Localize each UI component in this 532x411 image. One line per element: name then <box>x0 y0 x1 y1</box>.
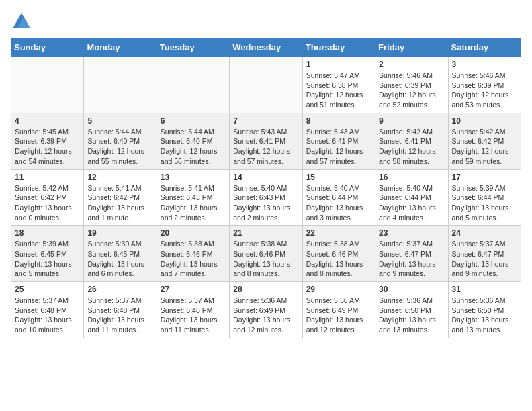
day-info: Sunrise: 5:44 AM Sunset: 6:40 PM Dayligh… <box>87 127 152 167</box>
day-number: 10 <box>452 116 517 126</box>
day-number: 21 <box>233 228 298 238</box>
calendar-cell: 23Sunrise: 5:37 AM Sunset: 6:47 PM Dayli… <box>375 226 448 282</box>
logo <box>11 11 35 32</box>
day-number: 12 <box>87 173 152 182</box>
day-info: Sunrise: 5:42 AM Sunset: 6:42 PM Dayligh… <box>452 127 517 167</box>
day-number: 13 <box>161 173 226 182</box>
calendar-cell: 4Sunrise: 5:45 AM Sunset: 6:39 PM Daylig… <box>11 113 84 169</box>
header-tuesday: Tuesday <box>157 38 229 57</box>
day-info: Sunrise: 5:37 AM Sunset: 6:47 PM Dayligh… <box>452 239 517 279</box>
day-number: 11 <box>15 173 80 182</box>
day-number: 23 <box>379 228 444 238</box>
day-info: Sunrise: 5:39 AM Sunset: 6:45 PM Dayligh… <box>87 239 152 279</box>
calendar-cell: 26Sunrise: 5:37 AM Sunset: 6:48 PM Dayli… <box>84 282 157 338</box>
calendar-cell: 29Sunrise: 5:36 AM Sunset: 6:49 PM Dayli… <box>302 282 375 338</box>
calendar-cell: 20Sunrise: 5:38 AM Sunset: 6:46 PM Dayli… <box>157 226 229 282</box>
week-row-2: 4Sunrise: 5:45 AM Sunset: 6:39 PM Daylig… <box>11 113 521 169</box>
day-info: Sunrise: 5:37 AM Sunset: 6:47 PM Dayligh… <box>379 239 444 279</box>
day-info: Sunrise: 5:46 AM Sunset: 6:39 PM Dayligh… <box>379 71 444 110</box>
header-monday: Monday <box>84 38 157 57</box>
day-info: Sunrise: 5:40 AM Sunset: 6:44 PM Dayligh… <box>306 183 371 223</box>
day-number: 27 <box>161 285 226 294</box>
day-info: Sunrise: 5:44 AM Sunset: 6:40 PM Dayligh… <box>161 127 226 167</box>
day-number: 29 <box>306 285 371 294</box>
day-number: 30 <box>379 285 444 294</box>
day-number: 24 <box>452 228 517 238</box>
calendar-cell: 19Sunrise: 5:39 AM Sunset: 6:45 PM Dayli… <box>84 226 157 282</box>
calendar-cell: 18Sunrise: 5:39 AM Sunset: 6:45 PM Dayli… <box>11 226 84 282</box>
day-info: Sunrise: 5:36 AM Sunset: 6:50 PM Dayligh… <box>452 295 517 335</box>
calendar-header-row: SundayMondayTuesdayWednesdayThursdayFrid… <box>11 38 521 57</box>
day-info: Sunrise: 5:38 AM Sunset: 6:46 PM Dayligh… <box>161 239 226 279</box>
day-number: 8 <box>306 116 371 126</box>
calendar-cell: 9Sunrise: 5:42 AM Sunset: 6:41 PM Daylig… <box>375 113 448 169</box>
day-info: Sunrise: 5:36 AM Sunset: 6:50 PM Dayligh… <box>379 295 444 335</box>
day-number: 6 <box>161 116 226 126</box>
calendar-cell: 27Sunrise: 5:37 AM Sunset: 6:48 PM Dayli… <box>157 282 229 338</box>
calendar-cell: 5Sunrise: 5:44 AM Sunset: 6:40 PM Daylig… <box>84 113 157 169</box>
day-number: 20 <box>161 228 226 238</box>
week-row-4: 18Sunrise: 5:39 AM Sunset: 6:45 PM Dayli… <box>11 226 521 282</box>
day-info: Sunrise: 5:41 AM Sunset: 6:43 PM Dayligh… <box>161 183 226 223</box>
calendar-cell: 31Sunrise: 5:36 AM Sunset: 6:50 PM Dayli… <box>448 282 521 338</box>
day-number: 26 <box>87 285 152 294</box>
header-friday: Friday <box>375 38 448 57</box>
week-row-5: 25Sunrise: 5:37 AM Sunset: 6:48 PM Dayli… <box>11 282 521 338</box>
day-info: Sunrise: 5:43 AM Sunset: 6:41 PM Dayligh… <box>233 127 298 167</box>
day-number: 14 <box>233 173 298 182</box>
calendar-cell: 15Sunrise: 5:40 AM Sunset: 6:44 PM Dayli… <box>302 169 375 226</box>
calendar-cell: 24Sunrise: 5:37 AM Sunset: 6:47 PM Dayli… <box>448 226 521 282</box>
header-wednesday: Wednesday <box>230 38 302 57</box>
day-number: 17 <box>452 173 517 182</box>
day-number: 9 <box>379 116 444 126</box>
day-info: Sunrise: 5:42 AM Sunset: 6:41 PM Dayligh… <box>379 127 444 167</box>
day-number: 31 <box>452 285 517 294</box>
day-info: Sunrise: 5:41 AM Sunset: 6:42 PM Dayligh… <box>87 183 152 223</box>
calendar-cell: 13Sunrise: 5:41 AM Sunset: 6:43 PM Dayli… <box>157 169 229 226</box>
day-info: Sunrise: 5:38 AM Sunset: 6:46 PM Dayligh… <box>233 239 298 279</box>
header-thursday: Thursday <box>302 38 375 57</box>
calendar-cell: 14Sunrise: 5:40 AM Sunset: 6:43 PM Dayli… <box>230 169 302 226</box>
day-number: 4 <box>15 116 80 126</box>
day-number: 28 <box>233 285 298 294</box>
day-number: 19 <box>87 228 152 238</box>
calendar-cell: 17Sunrise: 5:39 AM Sunset: 6:44 PM Dayli… <box>448 169 521 226</box>
day-info: Sunrise: 5:39 AM Sunset: 6:45 PM Dayligh… <box>15 239 80 279</box>
calendar-cell: 21Sunrise: 5:38 AM Sunset: 6:46 PM Dayli… <box>230 226 302 282</box>
day-info: Sunrise: 5:40 AM Sunset: 6:44 PM Dayligh… <box>379 183 444 223</box>
day-info: Sunrise: 5:47 AM Sunset: 6:38 PM Dayligh… <box>306 71 371 110</box>
day-number: 16 <box>379 173 444 182</box>
day-number: 2 <box>379 60 444 69</box>
day-number: 1 <box>306 60 371 69</box>
calendar-cell: 2Sunrise: 5:46 AM Sunset: 6:39 PM Daylig… <box>375 57 448 113</box>
day-info: Sunrise: 5:45 AM Sunset: 6:39 PM Dayligh… <box>15 127 80 167</box>
calendar-cell: 3Sunrise: 5:46 AM Sunset: 6:39 PM Daylig… <box>448 57 521 113</box>
day-info: Sunrise: 5:38 AM Sunset: 6:46 PM Dayligh… <box>306 239 371 279</box>
calendar-cell: 16Sunrise: 5:40 AM Sunset: 6:44 PM Dayli… <box>375 169 448 226</box>
day-number: 22 <box>306 228 371 238</box>
calendar-table: SundayMondayTuesdayWednesdayThursdayFrid… <box>11 38 521 338</box>
calendar-cell: 8Sunrise: 5:43 AM Sunset: 6:41 PM Daylig… <box>302 113 375 169</box>
day-info: Sunrise: 5:36 AM Sunset: 6:49 PM Dayligh… <box>233 295 298 335</box>
day-info: Sunrise: 5:36 AM Sunset: 6:49 PM Dayligh… <box>306 295 371 335</box>
calendar-cell: 11Sunrise: 5:42 AM Sunset: 6:42 PM Dayli… <box>11 169 84 226</box>
calendar-cell: 6Sunrise: 5:44 AM Sunset: 6:40 PM Daylig… <box>157 113 229 169</box>
day-info: Sunrise: 5:42 AM Sunset: 6:42 PM Dayligh… <box>15 183 80 223</box>
day-number: 7 <box>233 116 298 126</box>
week-row-1: 1Sunrise: 5:47 AM Sunset: 6:38 PM Daylig… <box>11 57 521 113</box>
day-info: Sunrise: 5:37 AM Sunset: 6:48 PM Dayligh… <box>87 295 152 335</box>
day-number: 25 <box>15 285 80 294</box>
calendar-cell <box>230 57 302 113</box>
day-info: Sunrise: 5:37 AM Sunset: 6:48 PM Dayligh… <box>15 295 80 335</box>
header-sunday: Sunday <box>11 38 84 57</box>
calendar-cell <box>11 57 84 113</box>
calendar-cell: 1Sunrise: 5:47 AM Sunset: 6:38 PM Daylig… <box>302 57 375 113</box>
day-info: Sunrise: 5:43 AM Sunset: 6:41 PM Dayligh… <box>306 127 371 167</box>
day-number: 18 <box>15 228 80 238</box>
calendar-cell: 28Sunrise: 5:36 AM Sunset: 6:49 PM Dayli… <box>230 282 302 338</box>
day-info: Sunrise: 5:40 AM Sunset: 6:43 PM Dayligh… <box>233 183 298 223</box>
calendar-cell: 30Sunrise: 5:36 AM Sunset: 6:50 PM Dayli… <box>375 282 448 338</box>
calendar-cell: 10Sunrise: 5:42 AM Sunset: 6:42 PM Dayli… <box>448 113 521 169</box>
calendar-cell <box>84 57 157 113</box>
day-info: Sunrise: 5:39 AM Sunset: 6:44 PM Dayligh… <box>452 183 517 223</box>
